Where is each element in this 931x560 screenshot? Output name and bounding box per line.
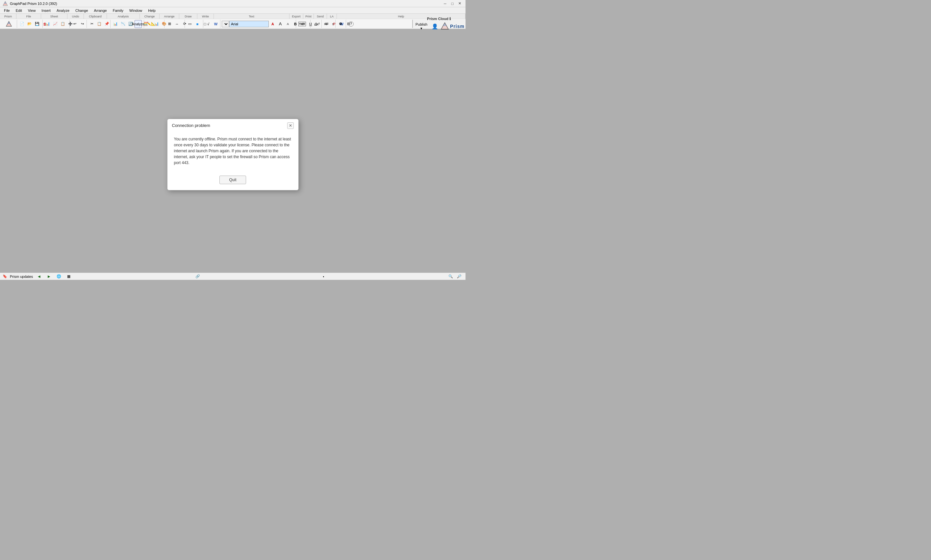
send-email-button[interactable]: ✉ <box>323 20 330 28</box>
status-bar: 🔖 Prism updates ◀ ▶ 🌐 ▦ 🔗 • 🔍 🔎 <box>0 272 466 280</box>
title-bar-text: GraphPad Prism 10.2.0 (392) <box>10 2 57 6</box>
new-sheet-button[interactable]: 📊 <box>44 20 51 28</box>
title-bar: GraphPad Prism 10.2.0 (392) ─ □ ✕ <box>0 0 466 7</box>
group-label-file: File <box>17 14 41 19</box>
redo-button[interactable]: ↪ <box>79 20 86 28</box>
draw-btn1[interactable]: ▭ <box>186 20 193 28</box>
prism-cloud-content: Publish ▾ 👤 Prism <box>413 22 464 31</box>
analyze-icon1: 📊 <box>113 22 118 26</box>
group-label-analysis: Analysis <box>107 14 140 19</box>
draw-color-button[interactable]: ■ <box>194 20 201 28</box>
app-logo-icon <box>3 1 8 6</box>
zoom-in-button[interactable]: 🔎 <box>456 272 463 280</box>
write-btn1[interactable]: √ <box>205 20 212 28</box>
copy-button[interactable]: 📋 <box>96 20 103 28</box>
zoom-out-icon: 🔍 <box>449 274 453 278</box>
sheet-btn3[interactable]: 📋 <box>59 20 66 28</box>
publish-button[interactable]: Publish ▾ <box>413 22 430 30</box>
zoom-out-button[interactable]: 🔍 <box>447 272 454 280</box>
undo-button[interactable]: ↩ <box>71 20 78 28</box>
prism-cloud-panel: Prism Cloud ℹ Publish ▾ 👤 Prism <box>412 20 465 28</box>
prism-logo-icon <box>6 21 12 27</box>
status-book-icon: 🔖 <box>3 274 7 278</box>
text-smaller-button[interactable]: A <box>284 20 291 28</box>
toolbar-group-write: √ W ≋ <box>203 20 220 28</box>
menu-help[interactable]: Help <box>145 8 158 13</box>
write-icon1: √ <box>207 22 209 26</box>
arrange-btn1[interactable]: ⊞ <box>166 20 173 28</box>
connection-problem-dialog: Connection problem ✕ You are currently o… <box>167 119 299 191</box>
quit-button[interactable]: Quit <box>219 175 246 184</box>
save-file-icon: 💾 <box>35 22 40 26</box>
toolbar-group-text: A A A B I U x² x₂ ≡ ≣ ⊞ <box>220 20 296 28</box>
toolbar-group-draw: ▭ ■ □ <box>185 20 203 28</box>
menu-change[interactable]: Change <box>73 8 91 13</box>
menu-file[interactable]: File <box>1 8 12 13</box>
toolbar-labels-row: Prism File Sheet Undo Clipboard Analysis… <box>0 14 466 19</box>
help-button[interactable]: ? <box>347 20 355 28</box>
status-center: 🔗 <box>196 274 200 278</box>
group-label-undo: Undo <box>68 14 84 19</box>
nav-globe-button[interactable]: 🌐 <box>55 272 63 280</box>
analyze-btn2[interactable]: 📉 <box>119 20 126 28</box>
la-btn1[interactable]: ⚙ <box>337 20 344 28</box>
menu-family[interactable]: Family <box>110 8 126 13</box>
menu-edit[interactable]: Edit <box>13 8 25 13</box>
menu-arrange[interactable]: Arrange <box>91 8 109 13</box>
open-file-button[interactable]: 📂 <box>26 20 33 28</box>
sheet-icon2: 📈 <box>53 22 57 26</box>
title-bar-controls: ─ □ ✕ <box>442 0 463 7</box>
copy-icon: 📋 <box>97 22 102 26</box>
menu-view[interactable]: View <box>25 8 39 13</box>
font-name-input[interactable] <box>229 21 269 27</box>
cut-button[interactable]: ✂ <box>88 20 96 28</box>
prism-home-button[interactable] <box>5 20 13 28</box>
status-updates-text: Prism updates <box>10 275 33 278</box>
nav-play-button[interactable]: ▶ <box>45 272 52 280</box>
font-style-select[interactable] <box>222 21 229 27</box>
toolbar-group-sheet: 📊 📈 📋 ➕ <box>43 20 70 28</box>
new-file-icon: 📄 <box>20 22 24 26</box>
export-tiff-icon: TIFF <box>298 22 306 26</box>
text-larger-button[interactable]: A <box>277 20 284 28</box>
toolbar-group-help: ? <box>346 20 412 28</box>
dialog-title: Connection problem <box>172 123 210 128</box>
minimize-button[interactable]: ─ <box>442 0 449 7</box>
toolbar-group-send: ✉ P W <box>322 20 336 28</box>
paste-button[interactable]: 📌 <box>103 20 111 28</box>
close-button[interactable]: ✕ <box>456 0 463 7</box>
menu-window[interactable]: Window <box>126 8 145 13</box>
write-word-button[interactable]: W <box>212 20 219 28</box>
save-file-button[interactable]: 💾 <box>34 20 41 28</box>
menu-analyze[interactable]: Analyze <box>54 8 72 13</box>
maximize-button[interactable]: □ <box>449 0 456 7</box>
status-dot: • <box>323 275 324 278</box>
change-btn2[interactable]: 📊 <box>153 20 160 28</box>
print-button[interactable]: 🖨 <box>312 20 319 28</box>
toolbar-group-arrange: ⊞ ↔ ⟳ <box>165 20 185 28</box>
dialog-close-button[interactable]: ✕ <box>287 122 294 129</box>
arrange-btn2[interactable]: ↔ <box>173 20 180 28</box>
analyze-run-button[interactable]: Analyze <box>134 20 142 28</box>
new-file-button[interactable]: 📄 <box>18 20 26 28</box>
prism-user-icon: 👤 <box>432 23 438 29</box>
prism-brand-icon <box>440 22 449 31</box>
change-btn1[interactable]: ✏️ <box>145 20 153 28</box>
menu-insert[interactable]: Insert <box>39 8 53 13</box>
status-right: 🔍 🔎 <box>447 272 463 280</box>
nav-grid-button[interactable]: ▦ <box>65 272 72 280</box>
toolbar-group-export: TIFF <box>296 20 311 28</box>
main-canvas-area: Connection problem ✕ You are currently o… <box>0 36 466 272</box>
export-tiff-button[interactable]: TIFF <box>297 20 307 28</box>
toolbar-group-prism <box>1 20 17 28</box>
arrange-icon2: ↔ <box>175 22 179 26</box>
draw-color-icon: ■ <box>196 22 199 26</box>
title-bar-left: GraphPad Prism 10.2.0 (392) <box>3 1 57 6</box>
group-label-print: Print <box>303 14 314 19</box>
toolbar-group-analysis: 📊 📉 🔄 Analyze 🧮 📐 <box>111 20 144 28</box>
sheet-btn2[interactable]: 📈 <box>52 20 59 28</box>
toolbar-group-file: 📄 📂 💾 🗑 <box>17 20 43 28</box>
nav-prev-button[interactable]: ◀ <box>35 272 43 280</box>
analyze-btn1[interactable]: 📊 <box>112 20 119 28</box>
font-color-button[interactable]: A <box>269 20 276 28</box>
